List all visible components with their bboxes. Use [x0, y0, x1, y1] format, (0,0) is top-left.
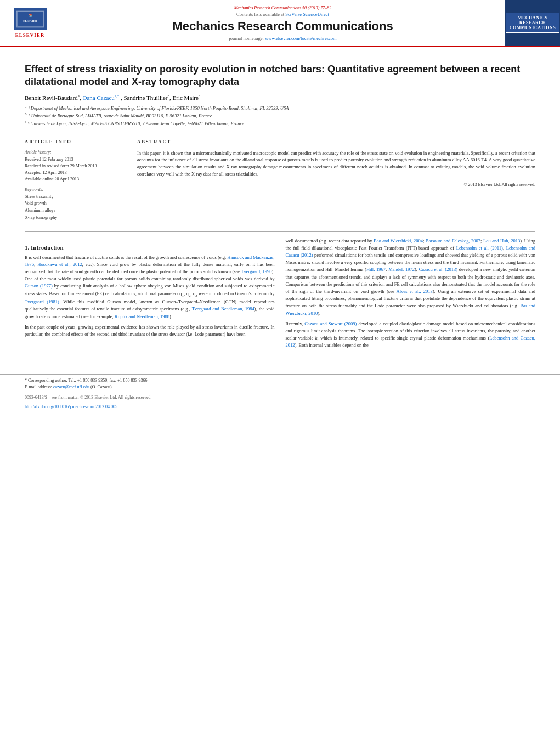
right-para-1: well documented (e.g. recent data report… [286, 237, 536, 317]
ref-lebensohn-2011[interactable]: Lebensohn et al. (2011) [456, 245, 503, 251]
header-center: Mechanics Research Communications 50 (20… [60, 0, 505, 46]
keyword-2: Void growth [25, 200, 126, 207]
revised-date: Received in revised form 29 March 2013 [25, 163, 126, 169]
ref-lebensohn-cazacu-2012[interactable]: Lebensohn and Cazacu, 2012 [286, 335, 536, 348]
intro-heading: 1. Introduction [25, 244, 275, 251]
affil-a: a ᵃ Department of Mechanical and Aerospa… [25, 104, 535, 112]
keywords-label: Keywords: [25, 187, 126, 192]
ref-hill[interactable]: Hill, 1967 [366, 267, 386, 272]
author-revil: Benoit Revil-Baudarda, [25, 94, 82, 101]
article-info-col: ARTICLE INFO Article history: Received 1… [25, 139, 126, 226]
svg-text:📚: 📚 [28, 13, 32, 18]
ref-tvergaard-1981[interactable]: Tvergaard (1981) [25, 299, 59, 304]
intro-para-2: In the past couple of years, growing exp… [25, 324, 275, 338]
affil-c: c ᶜ Université de Lyon, INSA-Lyon, MATEI… [25, 120, 535, 127]
doi-line: http://dx.doi.org/10.1016/j.mechrescom.2… [25, 404, 535, 409]
ref-alves[interactable]: Alves et al., 2013 [397, 289, 433, 294]
page: 📚 ELSEVIER ELSEVIER Mechanics Research C… [0, 0, 560, 741]
right-para-2: Recently, Cazacu and Stewart (2009) deve… [286, 320, 536, 349]
mrc-logo-area: MECHANICSRESEARCHCOMMUNICATIONS [505, 0, 560, 46]
svg-rect-2 [16, 11, 44, 27]
divider-1 [25, 133, 535, 133]
ref-bai[interactable]: Bai and Wierzbicki, 2010 [286, 303, 536, 315]
mrc-title: MECHANICSRESEARCHCOMMUNICATIONS [510, 15, 556, 30]
ref-mandel[interactable]: Mandel, 1972 [388, 267, 415, 272]
accepted-date: Accepted 12 April 2013 [25, 169, 126, 176]
journal-homepage: journal homepage: www.elsevier.com/locat… [229, 36, 336, 41]
keywords-section: Keywords: Stress triaxiality Void growth… [25, 187, 126, 222]
ref-gurson[interactable]: Gurson (1977) [25, 283, 53, 289]
keyword-1: Stress triaxiality [25, 194, 126, 201]
intro-para-1: It is well documented that fracture of d… [25, 254, 275, 320]
received-date: Received 12 February 2013 [25, 156, 126, 163]
email-note: E-mail address: cazacu@reef.ufl.edu (O. … [25, 384, 535, 391]
article-history: Article history: Received 12 February 20… [25, 150, 126, 183]
divider-2 [25, 231, 535, 232]
body-left-col: 1. Introduction It is well documented th… [25, 237, 275, 353]
available-date: Available online 20 April 2013 [25, 176, 126, 183]
abstract-text: In this paper, it is shown that a microm… [137, 150, 535, 178]
sciverse-link[interactable]: SciVerse ScienceDirect [285, 12, 329, 17]
authors-line: Benoit Revil-Baudarda, Oana Cazacua,* , … [25, 94, 535, 101]
elsevier-logo: 📚 ELSEVIER ELSEVIER [14, 8, 47, 38]
corresponding-note: * Corresponding author. Tel.: +1 850 833… [25, 377, 535, 384]
issn-line: 0093-6413/$ – see front matter © 2013 El… [25, 395, 535, 400]
main-content: Effect of stress triaxiality on porosity… [0, 47, 560, 363]
info-abstract-columns: ARTICLE INFO Article history: Received 1… [25, 139, 535, 226]
body-right-col: well documented (e.g. recent data report… [286, 237, 536, 353]
sciverse-line: Contents lists available at SciVerse Sci… [236, 12, 329, 17]
author-cazacu[interactable]: Oana Cazacua,* [82, 94, 119, 101]
affil-b: b ᵇ Université de Bretagne-Sud, LIMATB, … [25, 112, 535, 120]
homepage-link[interactable]: www.elsevier.com/locate/mechrescom [265, 36, 337, 41]
elsevier-logo-area: 📚 ELSEVIER ELSEVIER [0, 0, 60, 46]
article-info-header: ARTICLE INFO [25, 139, 126, 146]
footer: * Corresponding author. Tel.: +1 850 833… [0, 374, 560, 412]
journal-issue: Mechanics Research Communications 50 (20… [234, 4, 332, 12]
email-link[interactable]: cazacu@reef.ufl.edu [53, 384, 89, 389]
ref-lou[interactable]: Lou and Huh, 2013 [483, 238, 520, 244]
affiliations: a ᵃ Department of Mechanical and Aerospa… [25, 104, 535, 127]
doi-link[interactable]: http://dx.doi.org/10.1016/j.mechrescom.2… [25, 404, 117, 409]
journal-title: Mechanics Research Communications [172, 19, 393, 33]
body-columns: 1. Introduction It is well documented th… [25, 237, 535, 353]
elsevier-text: ELSEVIER [15, 32, 45, 38]
ref-hosokawa[interactable]: Hosokawa et al., 2012 [37, 262, 82, 267]
ref-koplik[interactable]: Koplik and Needleman, 1988 [115, 314, 169, 319]
elsevier-icon: 📚 ELSEVIER [14, 8, 47, 30]
svg-rect-0 [14, 8, 47, 30]
abstract-header: ABSTRACT [137, 139, 535, 146]
copyright: © 2013 Elsevier Ltd. All rights reserved… [137, 182, 535, 187]
ref-tvergaard-needleman[interactable]: Tvergaard and Needleman, 1984 [192, 306, 254, 312]
article-title: Effect of stress triaxiality on porosity… [25, 63, 535, 89]
abstract-col: ABSTRACT In this paper, it is shown that… [137, 139, 535, 226]
keyword-4: X-ray tomography [25, 214, 126, 222]
mrc-box: MECHANICSRESEARCHCOMMUNICATIONS [506, 13, 560, 33]
ref-cazacu-stewart[interactable]: Cazacu and Stewart (2009) [304, 321, 357, 326]
ref-cazacu-2013[interactable]: Cazacu et al. (2013) [419, 267, 457, 272]
ref-tvergaard-1990[interactable]: Tvergaard, 1990 [241, 269, 271, 274]
ref-barsoum[interactable]: Barsoum and Faleskog, 2007 [426, 238, 480, 244]
svg-text:ELSEVIER: ELSEVIER [23, 20, 37, 22]
journal-header: 📚 ELSEVIER ELSEVIER Mechanics Research C… [0, 0, 560, 47]
keyword-3: Aluminum alloys [25, 207, 126, 214]
history-label: Article history: [25, 150, 126, 155]
ref-bao[interactable]: Bao and Wierzbicki, 2004 [374, 238, 423, 244]
